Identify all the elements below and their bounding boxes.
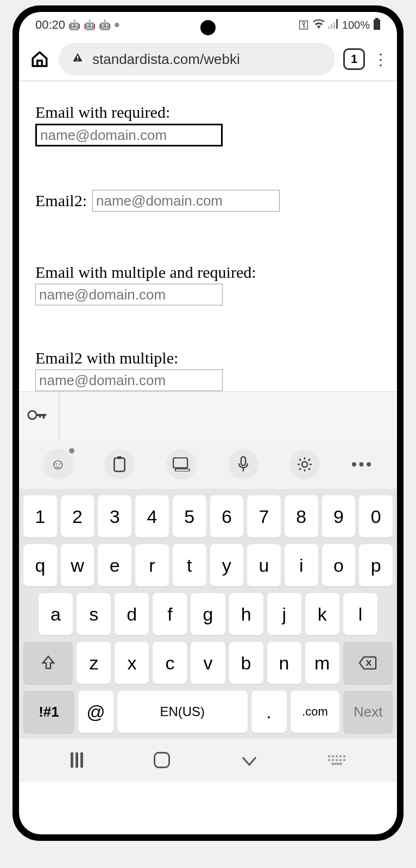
key-b[interactable]: b <box>229 642 263 684</box>
key-n[interactable]: n <box>267 642 301 684</box>
emoji-button[interactable]: ☺ <box>43 449 73 480</box>
key-o[interactable]: o <box>322 544 356 586</box>
key-1[interactable]: 1 <box>23 495 57 538</box>
key-f[interactable]: f <box>153 593 187 635</box>
home-button[interactable] <box>29 48 51 70</box>
keyboard-toolbar: ☺ ••• <box>19 440 397 489</box>
battery-text: 100% <box>342 19 370 31</box>
space-key[interactable]: EN(US) <box>117 691 248 733</box>
shift-key[interactable] <box>23 642 73 684</box>
svg-rect-8 <box>43 414 45 419</box>
android-icon: 🤖 <box>68 19 80 31</box>
key-c[interactable]: c <box>153 642 187 684</box>
svg-rect-5 <box>374 20 380 30</box>
home-nav-button[interactable] <box>154 752 170 768</box>
svg-rect-11 <box>117 456 122 459</box>
key-v[interactable]: v <box>191 642 225 684</box>
key-d[interactable]: d <box>115 593 149 635</box>
key-2[interactable]: 2 <box>61 495 94 538</box>
key-k[interactable]: k <box>305 593 339 635</box>
key-q[interactable]: q <box>23 544 57 586</box>
back-button[interactable] <box>241 750 257 771</box>
android-icon: 🤖 <box>99 19 111 31</box>
key-p[interactable]: p <box>359 544 393 586</box>
svg-rect-12 <box>173 458 187 468</box>
svg-rect-1 <box>331 24 332 29</box>
key-j[interactable]: j <box>267 593 301 635</box>
dotcom-key[interactable]: .com <box>291 691 340 733</box>
field-label-1: Email with required: <box>35 103 381 122</box>
field-label-3: Email with multiple and required: <box>35 263 381 282</box>
key-t[interactable]: t <box>173 544 206 586</box>
url-bar[interactable]: standardista.com/webki <box>59 43 335 75</box>
symbols-key[interactable]: !#1 <box>23 691 74 733</box>
recents-button[interactable] <box>71 752 83 768</box>
at-key[interactable]: @ <box>78 691 114 733</box>
key-y[interactable]: y <box>210 544 244 586</box>
key-m[interactable]: m <box>305 642 339 684</box>
password-key-icon[interactable] <box>27 406 48 426</box>
tab-switcher[interactable]: 1 <box>343 48 365 70</box>
android-icon: 🤖 <box>84 19 96 31</box>
key-e[interactable]: e <box>98 544 131 586</box>
key-w[interactable]: w <box>61 544 94 586</box>
key-r[interactable]: r <box>135 544 169 586</box>
svg-rect-7 <box>36 414 46 416</box>
email-multiple-required-input[interactable] <box>35 284 223 305</box>
key-4[interactable]: 4 <box>135 495 169 538</box>
key-6[interactable]: 6 <box>210 495 244 538</box>
svg-rect-4 <box>375 18 379 20</box>
settings-gear-button[interactable] <box>289 449 320 480</box>
wifi-icon <box>313 19 325 31</box>
svg-rect-3 <box>336 19 338 29</box>
svg-rect-2 <box>333 22 335 29</box>
status-time: 00:20 <box>35 18 65 32</box>
voice-input-button[interactable] <box>228 449 259 480</box>
key-x[interactable]: x <box>115 642 149 684</box>
key-u[interactable]: u <box>247 544 281 586</box>
svg-rect-9 <box>39 414 41 418</box>
key-7[interactable]: 7 <box>247 495 281 538</box>
clipboard-button[interactable] <box>104 449 135 480</box>
key-s[interactable]: s <box>77 593 111 635</box>
keyboard-switch-icon[interactable] <box>328 755 345 765</box>
url-text: standardista.com/webki <box>92 51 240 68</box>
svg-point-15 <box>302 462 307 467</box>
not-secure-icon <box>71 50 85 68</box>
more-menu-button[interactable]: ⋮ <box>373 50 387 68</box>
email2-input[interactable] <box>92 190 280 212</box>
key-i[interactable]: i <box>285 544 318 586</box>
email2-multiple-input[interactable] <box>35 369 223 391</box>
svg-rect-0 <box>328 27 330 29</box>
key-0[interactable]: 0 <box>359 495 393 538</box>
key-8[interactable]: 8 <box>285 495 318 538</box>
svg-rect-14 <box>241 457 245 465</box>
suggestion-bar <box>19 391 397 440</box>
notification-dot-icon: • <box>114 22 120 28</box>
key-9[interactable]: 9 <box>322 495 356 538</box>
key-g[interactable]: g <box>191 593 225 635</box>
field-label-4: Email2 with multiple: <box>35 349 381 367</box>
next-key[interactable]: Next <box>343 691 393 733</box>
vpn-key-icon: ⚿ <box>299 19 310 31</box>
key-z[interactable]: z <box>77 642 111 684</box>
backspace-key[interactable] <box>343 642 393 684</box>
key-a[interactable]: a <box>39 593 73 635</box>
key-l[interactable]: l <box>343 593 377 635</box>
keyboard-settings-button[interactable] <box>166 449 197 480</box>
key-h[interactable]: h <box>229 593 263 635</box>
toolbar-more-button[interactable]: ••• <box>351 455 374 474</box>
battery-icon <box>373 18 381 33</box>
email-required-input[interactable] <box>35 124 223 146</box>
keyboard: 1 2 3 4 5 6 7 8 9 0 q w e r t y u i o <box>19 489 397 738</box>
page-content: Email with required: Email2: Email with … <box>19 81 397 391</box>
svg-rect-13 <box>175 469 190 471</box>
key-5[interactable]: 5 <box>173 495 206 538</box>
svg-point-6 <box>28 411 36 419</box>
period-key[interactable]: . <box>251 691 287 733</box>
key-3[interactable]: 3 <box>98 495 131 538</box>
signal-icon <box>328 19 339 31</box>
field-label-2: Email2: <box>35 192 87 210</box>
browser-toolbar: standardista.com/webki 1 ⋮ <box>19 38 397 81</box>
svg-rect-10 <box>115 458 125 471</box>
